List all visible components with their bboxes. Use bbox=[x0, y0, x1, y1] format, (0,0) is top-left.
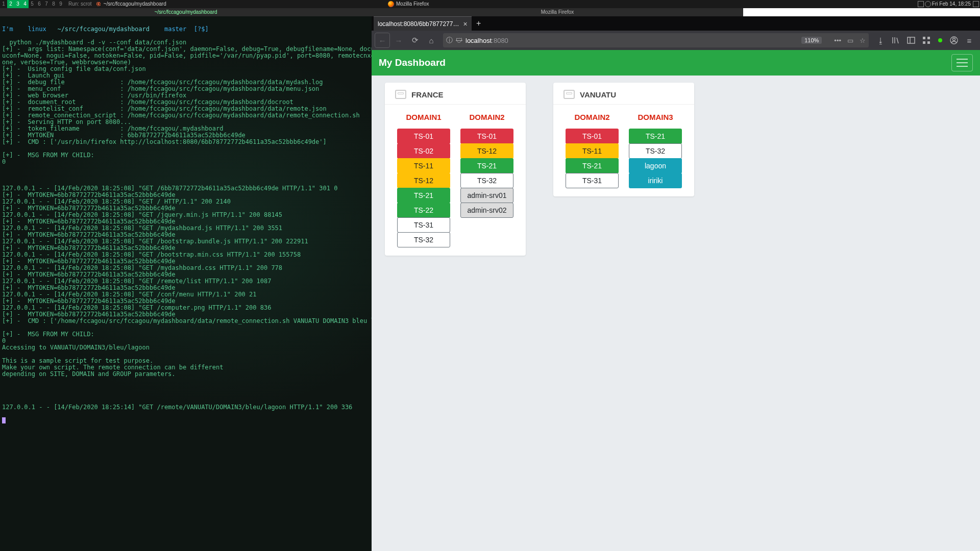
workspace-tag[interactable]: 6 bbox=[36, 0, 43, 8]
domain-column: DOMAIN3TS-21TS-32lagooniririki bbox=[629, 113, 682, 188]
status-cell[interactable]: TS-32 bbox=[460, 173, 513, 188]
domain-column: DOMAIN2TS-01TS-11TS-21TS-31 bbox=[566, 113, 619, 188]
workspace-tag[interactable]: 8 bbox=[50, 0, 57, 8]
status-cell[interactable]: TS-32 bbox=[629, 143, 682, 159]
back-button[interactable]: ← bbox=[375, 33, 390, 48]
workspace-tag[interactable]: 3 bbox=[14, 0, 21, 8]
browser-tab[interactable]: localhost:8080/6bb7877277… × bbox=[374, 16, 472, 31]
site-icon bbox=[564, 90, 575, 99]
extension-status-dot[interactable] bbox=[938, 38, 942, 42]
taskbar-window-terminal-label: ~/src/fccagou/mydashboard bbox=[104, 0, 166, 8]
sidebar-icon[interactable] bbox=[903, 33, 919, 48]
site-card: FRANCEDOMAIN1TS-01TS-02TS-11TS-12TS-21TS… bbox=[385, 83, 526, 256]
bookmark-star-icon[interactable]: ☆ bbox=[860, 37, 866, 44]
status-cell[interactable]: TS-21 bbox=[629, 129, 682, 144]
terminal-app-icon: ֎ bbox=[96, 0, 102, 8]
site-card-header: FRANCE bbox=[385, 83, 526, 105]
svg-point-7 bbox=[953, 38, 955, 41]
close-tab-icon[interactable]: × bbox=[463, 17, 467, 31]
tab-strip: localhost:8080/6bb7877277… × + bbox=[372, 16, 980, 31]
status-cell[interactable]: TS-01 bbox=[566, 129, 619, 144]
status-cell[interactable]: TS-11 bbox=[397, 158, 450, 173]
domain-column: DOMAIN1TS-01TS-02TS-11TS-12TS-21TS-22TS-… bbox=[397, 113, 450, 247]
reader-mode-icon[interactable]: ▭ bbox=[847, 37, 853, 44]
home-button[interactable]: ⌂ bbox=[424, 33, 439, 48]
tab-label: localhost:8080/6bb7877277… bbox=[378, 17, 459, 31]
status-cell[interactable]: TS-11 bbox=[566, 143, 619, 159]
status-cell[interactable]: TS-21 bbox=[566, 158, 619, 173]
terminal-pane[interactable]: I'm linux ~/src/fccagou/mydashboard mast… bbox=[0, 16, 372, 551]
domain-title: DOMAIN2 bbox=[469, 113, 504, 121]
run-label: Run: scrot bbox=[68, 0, 92, 8]
downloads-icon[interactable]: ⭳ bbox=[873, 33, 888, 48]
domain-title: DOMAIN2 bbox=[574, 113, 609, 121]
page-viewport: My Dashboard FRANCEDOMAIN1TS-01TS-02TS-1… bbox=[372, 50, 980, 551]
workspace-tags[interactable]: 123456789 bbox=[0, 0, 64, 8]
site-icon bbox=[395, 90, 406, 99]
status-cell[interactable]: lagoon bbox=[629, 158, 682, 173]
workspace-tag[interactable]: 7 bbox=[43, 0, 50, 8]
status-cell[interactable]: TS-21 bbox=[397, 188, 450, 203]
address-bar[interactable]: ⓘ 🛡 localhost:8080 110% ••• ▭ ☆ bbox=[443, 33, 869, 47]
ps1-status: [?$] bbox=[194, 26, 209, 33]
clock: Fri Feb 14, 18:25 bbox=[932, 0, 973, 8]
workspace-tag[interactable]: 5 bbox=[29, 0, 36, 8]
status-cell[interactable]: TS-31 bbox=[566, 173, 619, 188]
taskbar-window-terminal[interactable]: ֎ ~/src/fccagou/mydashboard bbox=[96, 0, 166, 8]
url-host: localhost bbox=[465, 37, 492, 44]
zoom-badge[interactable]: 110% bbox=[801, 37, 822, 44]
status-cell[interactable]: iririki bbox=[629, 173, 682, 188]
dashboard-header: My Dashboard bbox=[372, 50, 980, 76]
library-icon[interactable] bbox=[888, 33, 903, 48]
workspace-tag[interactable]: 1 bbox=[0, 0, 7, 8]
new-tab-button[interactable]: + bbox=[472, 16, 486, 31]
svg-rect-0 bbox=[908, 37, 915, 43]
cards-container: FRANCEDOMAIN1TS-01TS-02TS-11TS-12TS-21TS… bbox=[372, 76, 980, 551]
reload-button[interactable]: ⟳ bbox=[407, 33, 423, 48]
workspace-tag[interactable]: 4 bbox=[21, 0, 29, 8]
workspace-tag[interactable]: 2 bbox=[7, 0, 14, 8]
ps1-host: linux bbox=[28, 26, 46, 33]
site-name: FRANCE bbox=[411, 90, 444, 99]
os-taskbar: 123456789 Run: scrot ֎ ~/src/fccagou/myd… bbox=[0, 0, 980, 8]
status-cell[interactable]: admin-srv01 bbox=[460, 188, 513, 203]
status-cell[interactable]: TS-22 bbox=[397, 203, 450, 218]
svg-rect-2 bbox=[923, 37, 925, 39]
taskbar-window-firefox-label: Mozilla Firefox bbox=[396, 0, 429, 8]
taskbar-window-firefox[interactable]: Mozilla Firefox bbox=[388, 0, 429, 8]
page-action-dots-icon[interactable]: ••• bbox=[834, 37, 841, 44]
nav-hamburger-button[interactable] bbox=[951, 54, 973, 71]
status-cell[interactable]: TS-12 bbox=[397, 173, 450, 188]
wm-title-firefox: Mozilla Firefox bbox=[372, 8, 743, 16]
wm-title-terminal: ~/src/fccagou/mydashboard bbox=[0, 8, 372, 16]
forward-button[interactable]: → bbox=[391, 33, 406, 48]
app-menu-icon[interactable]: ≡ bbox=[962, 33, 977, 48]
tray-misc-icon[interactable] bbox=[973, 1, 979, 7]
svg-rect-5 bbox=[927, 41, 930, 44]
tray-keyboard-icon[interactable] bbox=[918, 1, 924, 7]
account-icon[interactable] bbox=[946, 33, 962, 48]
status-cell[interactable]: TS-02 bbox=[397, 143, 450, 159]
tray-power-icon[interactable] bbox=[925, 1, 931, 7]
ps1-branch: master bbox=[164, 26, 186, 33]
status-cell[interactable]: admin-srv02 bbox=[460, 203, 513, 218]
terminal-cursor bbox=[2, 417, 6, 423]
firefox-window: localhost:8080/6bb7877277… × + ← → ⟳ ⌂ ⓘ… bbox=[372, 16, 980, 551]
site-card: VANUATUDOMAIN2TS-01TS-11TS-21TS-31DOMAIN… bbox=[553, 83, 694, 196]
status-cell[interactable]: TS-31 bbox=[397, 217, 450, 233]
status-cell[interactable]: TS-01 bbox=[460, 129, 513, 144]
svg-rect-3 bbox=[927, 37, 930, 39]
workspace-tag[interactable]: 9 bbox=[57, 0, 64, 8]
status-cell[interactable]: TS-12 bbox=[460, 143, 513, 159]
status-cell[interactable]: TS-32 bbox=[397, 232, 450, 247]
addons-grid-icon[interactable] bbox=[919, 33, 934, 48]
status-cell[interactable]: TS-21 bbox=[460, 158, 513, 173]
domain-column: DOMAIN2TS-01TS-12TS-21TS-32admin-srv01ad… bbox=[460, 113, 513, 247]
site-card-header: VANUATU bbox=[553, 83, 694, 105]
firefox-icon bbox=[388, 1, 394, 7]
nav-toolbar: ← → ⟳ ⌂ ⓘ 🛡 localhost:8080 110% ••• ▭ ☆ … bbox=[372, 31, 980, 50]
connection-icon: 🛡 bbox=[456, 37, 462, 44]
terminal-output: python ./mydashboard -d -v --conf data/c… bbox=[2, 39, 372, 411]
site-info-icon[interactable]: ⓘ bbox=[446, 36, 453, 45]
status-cell[interactable]: TS-01 bbox=[397, 129, 450, 144]
